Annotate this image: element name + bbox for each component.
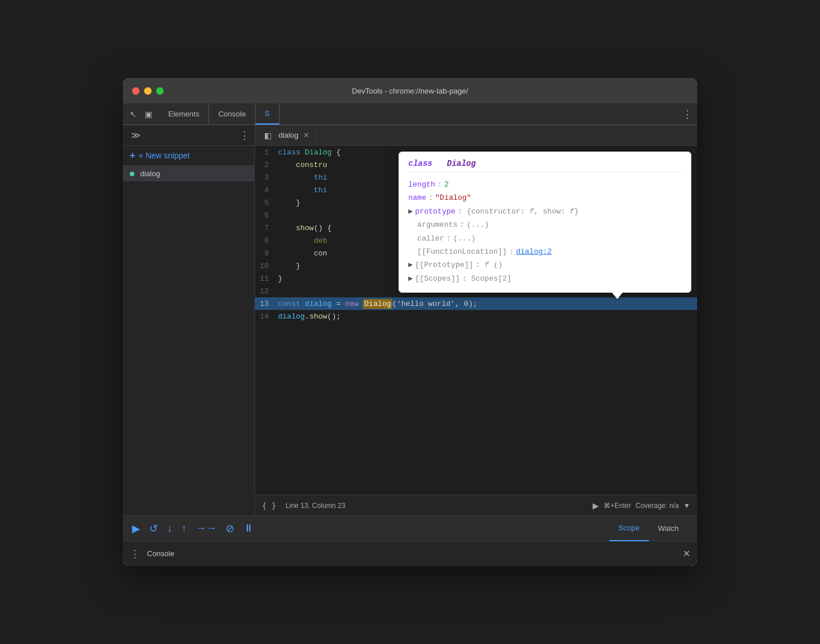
tooltip-row-arguments: arguments : (...) <box>408 218 682 231</box>
tooltip-row-prototype[interactable]: ▶ prototype : {constructor: f, show: f} <box>408 205 682 218</box>
step-over-button[interactable]: ↺ <box>149 522 158 535</box>
tab-nav-icons: ↖ ▣ <box>123 103 159 125</box>
tooltip-header: class Dialog <box>408 159 682 172</box>
coverage-dropdown[interactable]: ▼ <box>683 502 690 510</box>
tooltip-class-keyword: class <box>408 159 432 168</box>
editor-tab-label: dialog <box>279 131 299 139</box>
cursor-position: Line 13, Column 23 <box>285 502 345 510</box>
title-bar: DevTools - chrome://new-tab-page/ <box>123 78 697 103</box>
tooltip-row-function-location: [[FunctionLocation]] : dialog:2 <box>408 245 682 258</box>
run-icon[interactable]: ▶ <box>593 501 599 510</box>
tooltip-row-caller: caller : (...) <box>408 232 682 245</box>
console-menu-icon[interactable]: ⋮ <box>130 548 140 560</box>
cursor-icon[interactable]: ↖ <box>127 107 139 121</box>
devtools-window: DevTools - chrome://new-tab-page/ ↖ ▣ El… <box>123 78 697 566</box>
window-title: DevTools - chrome://new-tab-page/ <box>352 87 468 95</box>
panel-icon[interactable]: ▣ <box>142 107 154 121</box>
tab-bar: ↖ ▣ Elements Console S ⋮ <box>123 103 697 125</box>
sidebar: ≫ ⋮ + + New snippet dialog <box>123 125 255 515</box>
snippet-name: dialog <box>140 169 160 178</box>
tooltip-row-scopes[interactable]: ▶ [[Scopes]] : Scopes[2] <box>408 272 682 285</box>
tooltip-row-name: name : "Dialog" <box>408 191 682 204</box>
tooltip-caret <box>612 292 623 299</box>
console-label: Console <box>147 549 175 558</box>
debug-tabs: Scope Watch <box>609 516 688 541</box>
console-bar: ⋮ Console ✕ <box>123 541 697 566</box>
tooltip-row-length: length : 2 <box>408 178 682 191</box>
traffic-lights <box>132 87 164 95</box>
format-button[interactable]: { } <box>262 501 276 510</box>
step-out-button[interactable]: ↑ <box>181 522 187 534</box>
expand-icon[interactable]: ≫ <box>127 129 144 142</box>
run-controls: ▶ ⌘+Enter Coverage: n/a ▼ <box>593 501 690 510</box>
code-editor[interactable]: class Dialog length : 2 name : "Dialog" <box>255 146 697 495</box>
code-line-13: 13 const dialog = new Dialog('hello worl… <box>255 297 697 310</box>
tab-console[interactable]: Console <box>209 103 256 125</box>
plus-icon: + <box>130 150 135 161</box>
console-close-button[interactable]: ✕ <box>683 548 690 559</box>
close-button[interactable] <box>132 87 140 95</box>
tooltip-popup: class Dialog length : 2 name : "Dialog" <box>399 152 691 293</box>
tab-elements[interactable]: Elements <box>159 103 209 125</box>
code-area: ◧ dialog ✕ class Dialog length <box>255 125 697 515</box>
new-snippet-label: + New snippet <box>138 151 189 160</box>
more-tabs-button[interactable]: ⋮ <box>678 103 697 125</box>
resume-button[interactable]: ▶ <box>132 522 140 535</box>
main-content: ≫ ⋮ + + New snippet dialog ◧ dialog ✕ <box>123 125 697 515</box>
sidebar-header: ≫ ⋮ <box>123 125 254 146</box>
snippet-item-dialog[interactable]: dialog <box>123 166 254 181</box>
tab-scope[interactable]: Scope <box>609 516 649 541</box>
pause-button[interactable]: ⏸ <box>243 522 254 534</box>
minimize-button[interactable] <box>144 87 152 95</box>
tab-watch[interactable]: Watch <box>649 516 688 541</box>
debug-toolbar: ▶ ↺ ↓ ↑ →→ ⊘ ⏸ Scope Watch <box>123 515 697 541</box>
coverage-label: Coverage: n/a <box>636 502 679 510</box>
step-button[interactable]: →→ <box>196 522 216 534</box>
snippet-status-dot <box>130 172 134 176</box>
new-snippet-button[interactable]: + + New snippet <box>123 146 254 166</box>
tab-sources[interactable]: S <box>256 103 280 125</box>
run-shortcut: ⌘+Enter <box>604 502 631 510</box>
sidebar-menu-icon[interactable]: ⋮ <box>239 129 250 142</box>
panel-toggle-icon[interactable]: ◧ <box>262 129 274 142</box>
tooltip-row-proto[interactable]: ▶ [[Prototype]] : f () <box>408 258 682 271</box>
status-bar: { } Line 13, Column 23 ▶ ⌘+Enter Coverag… <box>255 495 697 515</box>
maximize-button[interactable] <box>156 87 164 95</box>
deactivate-button[interactable]: ⊘ <box>226 522 234 535</box>
step-into-button[interactable]: ↓ <box>167 522 172 534</box>
code-line-14: 14 dialog.show(); <box>255 310 697 323</box>
editor-tab-close[interactable]: ✕ <box>303 131 310 139</box>
tooltip-class-name: Dialog <box>447 159 475 168</box>
